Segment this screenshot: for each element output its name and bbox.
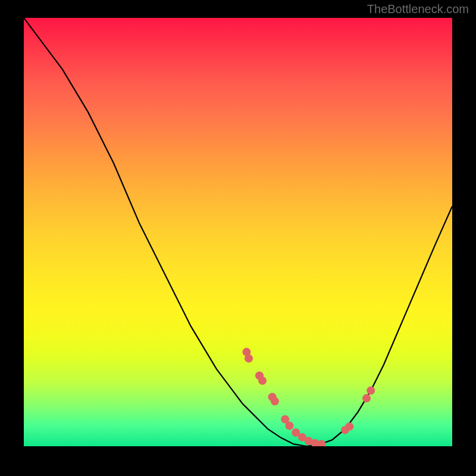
data-point	[317, 440, 325, 446]
data-point	[258, 377, 267, 385]
data-point	[285, 421, 293, 430]
data-point	[367, 386, 375, 394]
data-points-group	[242, 348, 375, 446]
data-point	[245, 354, 253, 362]
curve-line	[24, 18, 452, 446]
data-point	[362, 394, 371, 402]
chart-container: TheBottleneck.com	[0, 0, 476, 476]
chart-svg	[24, 18, 452, 446]
data-point	[345, 422, 353, 431]
plot-area	[24, 18, 452, 446]
data-point	[271, 397, 279, 405]
watermark-text: TheBottleneck.com	[367, 2, 469, 16]
